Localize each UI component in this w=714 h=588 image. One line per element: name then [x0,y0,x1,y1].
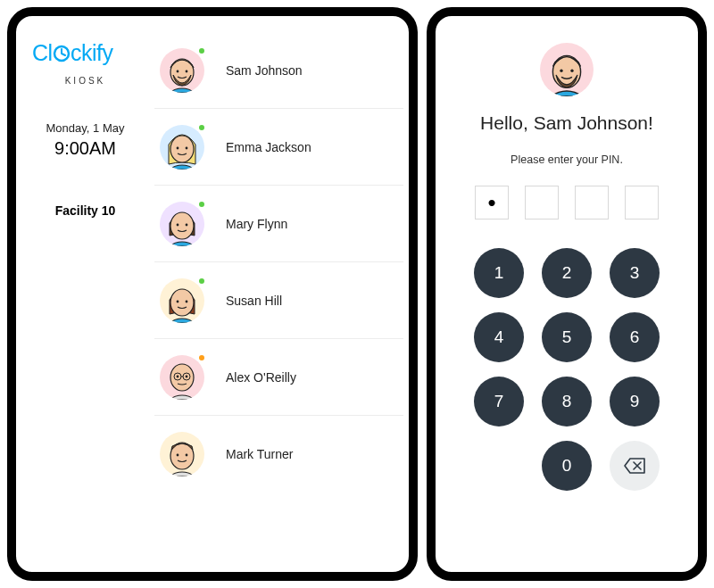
backspace-icon [624,458,645,474]
svg-point-4 [177,70,179,72]
keypad-key-4[interactable]: 4 [474,312,524,362]
employee-list: Sam JohnsonEmma JacksonMary FlynnSusan H… [154,16,409,572]
keypad-blank [474,441,524,491]
current-time: 9:00AM [25,138,145,159]
employee-name: Alex O'Reilly [226,370,296,385]
status-dot [197,200,206,209]
keypad-key-8[interactable]: 8 [542,377,592,427]
employee-row[interactable]: Mary Flynn [154,186,403,262]
svg-point-13 [177,300,179,302]
status-dot [197,277,206,286]
facility-name: Facility 10 [25,203,145,218]
employee-name: Sam Johnson [226,63,303,78]
svg-point-12 [170,289,194,316]
employee-row[interactable]: Mark Turner [154,416,403,493]
svg-point-10 [177,223,179,226]
greeting-name: Sam Johnson [534,112,648,133]
svg-point-7 [177,146,179,149]
svg-point-26 [570,70,573,72]
svg-point-9 [170,212,194,239]
svg-point-23 [186,454,188,457]
svg-point-11 [186,223,188,226]
employee-avatar [160,432,204,476]
svg-text:ckify: ckify [71,41,114,65]
svg-point-25 [560,70,562,72]
keypad-backspace[interactable] [610,441,660,491]
current-date: Monday, 1 May [25,121,145,135]
employee-avatar [160,355,204,400]
pin-digit-box [475,186,509,219]
status-dot [197,46,206,55]
status-dot [197,353,206,362]
keypad-key-5[interactable]: 5 [542,312,592,362]
pin-digit-box [575,186,609,219]
clockify-logo-icon: Cl ckify [32,41,139,68]
employee-name: Emma Jackson [226,140,311,154]
svg-text:Cl: Cl [32,41,53,65]
keypad-key-2[interactable]: 2 [542,248,592,298]
brand-subtitle: KIOSK [25,76,145,86]
greeting-text: Hello, Sam Johnson! [480,112,653,134]
kiosk-list-screen: Cl ckify KIOSK Monday, 1 May 9:00AM Faci… [7,7,418,581]
svg-point-8 [186,146,188,149]
status-dot [197,123,206,132]
employee-name: Mary Flynn [226,217,287,231]
svg-point-17 [186,375,188,377]
keypad-key-0[interactable]: 0 [542,441,592,491]
svg-point-22 [177,454,179,457]
pin-digit-box [625,186,659,219]
keypad-key-9[interactable]: 9 [610,377,660,427]
employee-avatar [160,125,204,170]
pin-keypad: 1234567890 [474,248,660,491]
pin-prompt: Please enter your PIN. [511,153,623,166]
employee-avatar [160,202,204,246]
pin-input-boxes [475,186,659,219]
brand-logo: Cl ckify [25,41,145,74]
employee-name: Mark Turner [226,447,293,461]
employee-row[interactable]: Sam Johnson [154,32,403,109]
employee-row[interactable]: Susan Hill [154,262,403,339]
greeting-prefix: Hello, [480,112,534,133]
keypad-key-6[interactable]: 6 [610,312,660,362]
svg-point-14 [186,300,188,302]
employee-row[interactable]: Alex O'Reilly [154,339,403,416]
employee-name: Susan Hill [226,294,282,308]
kiosk-pin-screen: Hello, Sam Johnson! Please enter your PI… [427,7,707,581]
keypad-key-7[interactable]: 7 [474,377,524,427]
greeting-suffix: ! [648,112,653,133]
employee-avatar [160,48,204,93]
svg-point-16 [177,375,179,377]
selected-employee-avatar [540,43,594,96]
pin-digit-box [525,186,559,219]
keypad-key-1[interactable]: 1 [474,248,524,298]
svg-point-5 [186,70,188,72]
svg-point-6 [170,136,194,162]
kiosk-side-panel: Cl ckify KIOSK Monday, 1 May 9:00AM Faci… [16,16,154,572]
employee-avatar [160,278,204,323]
keypad-key-3[interactable]: 3 [610,248,660,298]
employee-row[interactable]: Emma Jackson [154,109,403,186]
